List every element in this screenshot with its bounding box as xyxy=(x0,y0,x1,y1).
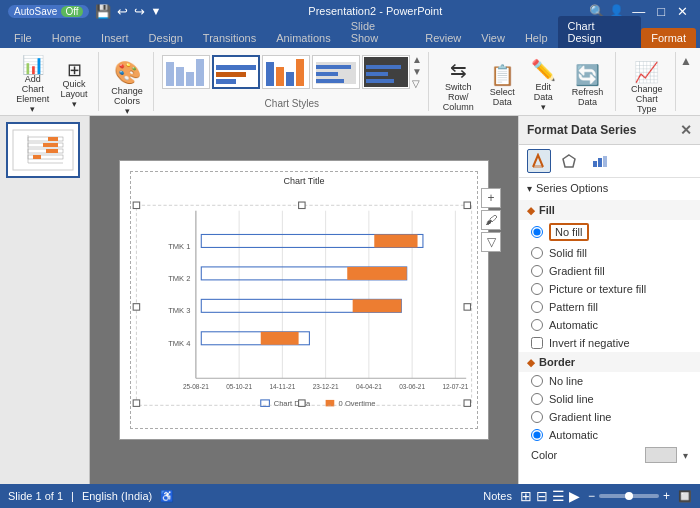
no-fill-radio[interactable] xyxy=(531,226,543,238)
pattern-fill-option[interactable]: Pattern fill xyxy=(519,298,700,316)
change-colors-button[interactable]: 🎨 ChangeColors ▾ xyxy=(107,58,147,118)
gradient-line-radio[interactable] xyxy=(531,411,543,423)
border-color-dropdown[interactable]: ▾ xyxy=(683,450,688,461)
chart-layouts-buttons: 📊 Add ChartElement ▾ ⊞ QuickLayout ▾ xyxy=(12,54,92,116)
format-panel-header: Format Data Series ✕ xyxy=(519,116,700,145)
maximize-button[interactable]: □ xyxy=(653,4,669,19)
refresh-data-button[interactable]: 🔄 RefreshData xyxy=(566,59,610,111)
solid-fill-radio[interactable] xyxy=(531,247,543,259)
chart-style-4[interactable] xyxy=(312,55,360,89)
tab-slideshow[interactable]: Slide Show xyxy=(341,16,416,48)
border-color-swatch[interactable] xyxy=(645,447,677,463)
edit-data-button[interactable]: ✏️ EditData ▾ xyxy=(525,54,562,116)
styles-scroll-up[interactable]: ▲ xyxy=(412,54,422,65)
zoom-track[interactable] xyxy=(599,494,659,498)
chart-add-element-button[interactable]: + xyxy=(481,188,501,208)
slide-main[interactable]: Chart Title xyxy=(119,160,489,440)
chart-brush-button[interactable]: 🖌 xyxy=(481,210,501,230)
picture-texture-radio[interactable] xyxy=(531,283,543,295)
chart-style-2[interactable] xyxy=(212,55,260,89)
collapse-icon[interactable]: ▲ xyxy=(680,54,692,68)
chart-filter-button[interactable]: ▽ xyxy=(481,232,501,252)
no-line-radio[interactable] xyxy=(531,375,543,387)
redo-icon[interactable]: ↪ xyxy=(134,4,145,19)
notes-button[interactable]: Notes xyxy=(483,490,512,502)
invert-negative-option[interactable]: Invert if negative xyxy=(519,334,700,352)
type-group: 📈 ChangeChart Type Type xyxy=(618,52,676,111)
autosave-toggle[interactable]: AutoSave Off xyxy=(8,5,89,18)
tab-design[interactable]: Design xyxy=(139,28,193,48)
chart-container: Chart Title xyxy=(130,171,478,429)
gradient-fill-option[interactable]: Gradient fill xyxy=(519,262,700,280)
autosave-state[interactable]: Off xyxy=(61,6,82,17)
series-options-icon-btn[interactable] xyxy=(587,149,611,173)
automatic-fill-option[interactable]: Automatic xyxy=(519,316,700,334)
tab-chartdesign[interactable]: Chart Design xyxy=(558,16,642,48)
gradient-fill-label: Gradient fill xyxy=(549,265,605,277)
series-options-chevron: ▾ xyxy=(527,183,532,194)
tab-transitions[interactable]: Transitions xyxy=(193,28,266,48)
customize-icon[interactable]: ▼ xyxy=(151,5,162,17)
automatic-fill-radio[interactable] xyxy=(531,319,543,331)
chart-style-5[interactable] xyxy=(362,55,410,89)
slideshow-button[interactable]: ▶ xyxy=(569,488,580,504)
svg-rect-67 xyxy=(133,304,139,310)
no-fill-option[interactable]: No fill xyxy=(519,220,700,244)
quick-layout-button[interactable]: ⊞ QuickLayout ▾ xyxy=(56,59,93,111)
pattern-fill-radio[interactable] xyxy=(531,301,543,313)
invert-negative-label: Invert if negative xyxy=(549,337,630,349)
close-button[interactable]: ✕ xyxy=(673,4,692,19)
automatic-fill-label: Automatic xyxy=(549,319,598,331)
status-right: Notes ⊞ ⊟ ☰ ▶ − + 🔲 xyxy=(483,488,692,504)
no-line-option[interactable]: No line xyxy=(519,372,700,390)
zoom-out-button[interactable]: − xyxy=(588,489,595,503)
slide-thumbnail[interactable] xyxy=(6,122,80,178)
solid-fill-option[interactable]: Solid fill xyxy=(519,244,700,262)
save-icon[interactable]: 💾 xyxy=(95,4,111,19)
fill-line-icon-btn[interactable] xyxy=(527,149,551,173)
zoom-slider[interactable]: − + xyxy=(588,489,670,503)
tab-home[interactable]: Home xyxy=(42,28,91,48)
ribbon-collapse[interactable]: ▲ xyxy=(678,52,694,111)
solid-line-radio[interactable] xyxy=(531,393,543,405)
chart-styles-container: ▲ ▼ ▽ xyxy=(162,54,422,89)
tab-animations[interactable]: Animations xyxy=(266,28,340,48)
automatic-border-option[interactable]: Automatic xyxy=(519,426,700,444)
invert-negative-checkbox[interactable] xyxy=(531,337,543,349)
slide-thumb-container: 1 xyxy=(6,122,83,178)
switch-row-column-button[interactable]: ⇆ Switch Row/Column xyxy=(437,54,480,116)
select-data-button[interactable]: 📋 SelectData xyxy=(484,59,521,111)
picture-texture-fill-option[interactable]: Picture or texture fill xyxy=(519,280,700,298)
tab-format[interactable]: Format xyxy=(641,28,696,48)
svg-text:25-08-21: 25-08-21 xyxy=(183,383,209,390)
add-chart-element-button[interactable]: 📊 Add ChartElement ▾ xyxy=(12,54,54,116)
undo-icon[interactable]: ↩ xyxy=(117,4,128,19)
tab-view[interactable]: View xyxy=(471,28,515,48)
zoom-in-button[interactable]: + xyxy=(663,489,670,503)
change-chart-type-button[interactable]: 📈 ChangeChart Type xyxy=(624,58,669,116)
effects-icon-btn[interactable] xyxy=(557,149,581,173)
automatic-border-radio[interactable] xyxy=(531,429,543,441)
gradient-line-option[interactable]: Gradient line xyxy=(519,408,700,426)
tab-help[interactable]: Help xyxy=(515,28,558,48)
slide-sorter-button[interactable]: ⊟ xyxy=(536,488,548,504)
chart-style-1[interactable] xyxy=(162,55,210,89)
styles-expand[interactable]: ▽ xyxy=(412,78,422,89)
zoom-thumb[interactable] xyxy=(625,492,633,500)
chart-style-3[interactable] xyxy=(262,55,310,89)
format-panel-close-button[interactable]: ✕ xyxy=(680,122,692,138)
fill-section-label: Fill xyxy=(539,204,555,216)
fill-section-header[interactable]: ◆ Fill xyxy=(519,200,700,220)
svg-text:TMK 2: TMK 2 xyxy=(168,274,190,283)
status-divider-1: | xyxy=(71,490,74,502)
border-section-header[interactable]: ◆ Border xyxy=(519,352,700,372)
tab-review[interactable]: Review xyxy=(415,28,471,48)
format-panel-icons xyxy=(519,145,700,178)
styles-scroll-down[interactable]: ▼ xyxy=(412,66,422,77)
tab-file[interactable]: File xyxy=(4,28,42,48)
normal-view-button[interactable]: ⊞ xyxy=(520,488,532,504)
reading-view-button[interactable]: ☰ xyxy=(552,488,565,504)
solid-line-option[interactable]: Solid line xyxy=(519,390,700,408)
gradient-fill-radio[interactable] xyxy=(531,265,543,277)
tab-insert[interactable]: Insert xyxy=(91,28,139,48)
